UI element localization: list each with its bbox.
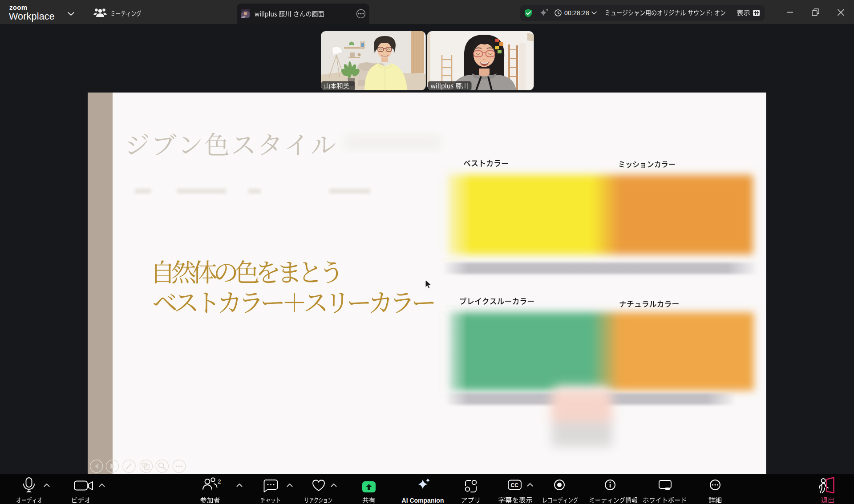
svg-text:zoom: zoom	[9, 4, 27, 11]
svg-text:CC: CC	[511, 482, 519, 488]
svg-text:AI Companion: AI Companion	[402, 497, 444, 504]
svg-text:2: 2	[218, 478, 221, 485]
svg-text:00:28:28: 00:28:28	[564, 9, 589, 16]
svg-text:Workplace: Workplace	[9, 11, 55, 22]
